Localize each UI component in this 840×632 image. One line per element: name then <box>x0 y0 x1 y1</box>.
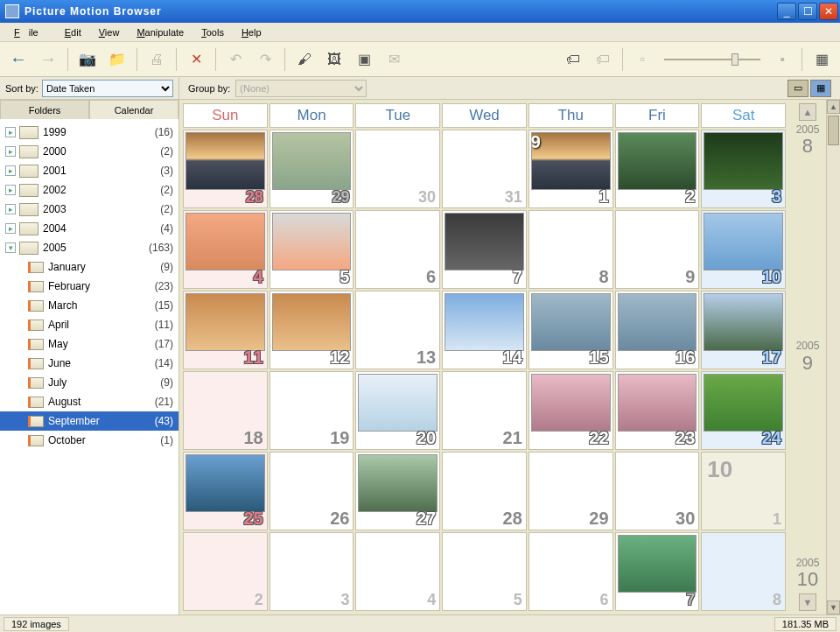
tree-month-september[interactable]: September(43) <box>0 411 178 431</box>
tree-year-2003[interactable]: ▸2003(2) <box>0 200 178 219</box>
zoom-in-button[interactable]: ▪ <box>769 47 795 72</box>
rail-prev-month[interactable]: 20058 <box>796 124 820 157</box>
calendar-cell[interactable]: 11 <box>183 291 268 369</box>
tree-month-march[interactable]: March(15) <box>0 296 178 315</box>
calendar-cell[interactable]: 24 <box>701 371 786 450</box>
calendar-cell[interactable]: 20 <box>355 371 440 450</box>
rail-current-month[interactable]: 20059 <box>796 341 820 373</box>
menu-edit[interactable]: Edit <box>56 25 90 39</box>
minimize-button[interactable]: _ <box>777 3 796 20</box>
calendar-cell[interactable]: 28 <box>183 130 268 208</box>
calendar-cell[interactable]: 19 <box>270 371 354 450</box>
menu-help[interactable]: Help <box>233 25 270 39</box>
menu-view[interactable]: View <box>90 25 129 39</box>
group-select[interactable]: (None) <box>235 80 367 97</box>
delete-button[interactable]: ✕ <box>183 47 209 72</box>
tree-year-2000[interactable]: ▸2000(2) <box>0 142 178 161</box>
calendar-cell[interactable]: 5 <box>442 532 527 611</box>
calendar-cell[interactable]: 7 <box>442 210 527 289</box>
calendar-cell[interactable]: 22 <box>528 371 613 450</box>
tree-year-1999[interactable]: ▸1999(16) <box>0 123 178 142</box>
calendar-cell[interactable]: 25 <box>183 452 268 530</box>
open-folder-button[interactable]: 📁 <box>104 47 130 72</box>
calendar-cell[interactable]: 2 <box>183 532 268 611</box>
tree-month-october[interactable]: October(1) <box>0 431 178 450</box>
calendar-cell[interactable]: 10 <box>701 210 786 289</box>
back-button[interactable]: ← <box>5 47 32 72</box>
mail-button[interactable]: ✉ <box>381 47 407 72</box>
tree-month-july[interactable]: July(9) <box>0 373 178 392</box>
scroll-down-button[interactable]: ▼ <box>827 600 840 614</box>
calendar-cell[interactable]: 6 <box>528 532 613 611</box>
tree-month-may[interactable]: May(17) <box>0 334 178 354</box>
tree-month-august[interactable]: August(21) <box>0 392 178 411</box>
calendar-cell[interactable]: 13 <box>355 291 440 369</box>
scroll-up-button[interactable]: ▲ <box>827 100 840 114</box>
tree-year-2004[interactable]: ▸2004(4) <box>0 219 178 238</box>
tree-month-april[interactable]: April(11) <box>0 315 178 334</box>
view-mode-button[interactable]: ▦ <box>808 47 835 72</box>
zoom-out-button[interactable]: ▫ <box>629 47 655 72</box>
calendar-cell[interactable]: 12 <box>270 291 354 369</box>
calendar-cell[interactable]: 28 <box>442 452 527 530</box>
slideshow-button[interactable]: ▣ <box>351 47 377 72</box>
calendar-cell[interactable]: 21 <box>442 371 527 450</box>
calendar-cell[interactable]: 23 <box>615 371 700 450</box>
titlebar[interactable]: Picture Motion Browser _ ☐ ✕ <box>0 0 840 23</box>
scroll-thumb[interactable] <box>828 116 839 145</box>
filmstrip-view-icon[interactable]: ▭ <box>788 80 808 97</box>
forward-button[interactable]: → <box>35 47 61 72</box>
sort-select[interactable]: Date Taken <box>42 80 173 97</box>
calendar-cell[interactable]: 18 <box>183 371 268 450</box>
tree-month-february[interactable]: February(23) <box>0 277 178 296</box>
rotate-left-button[interactable]: ↶ <box>222 47 248 72</box>
menu-manipulate[interactable]: Manipulate <box>128 25 192 39</box>
month-up-button[interactable]: ▲ <box>799 103 816 121</box>
calendar-cell[interactable]: 4 <box>355 532 440 611</box>
close-button[interactable]: ✕ <box>819 3 838 20</box>
calendar-cell[interactable]: 7 <box>615 532 700 611</box>
calendar-cell[interactable]: 26 <box>270 452 354 530</box>
calendar-cell[interactable]: 27 <box>355 452 440 530</box>
month-down-button[interactable]: ▼ <box>799 593 816 611</box>
calendar-cell[interactable]: 3 <box>701 130 786 208</box>
tab-calendar[interactable]: Calendar <box>89 100 178 119</box>
calendar-cell[interactable]: 30 <box>355 130 440 208</box>
import-button[interactable]: 📷 <box>74 47 101 72</box>
calendar-cell[interactable]: 29 <box>270 130 354 208</box>
image-tool-button[interactable]: 🖼 <box>321 47 347 72</box>
calendar-view-icon[interactable]: ▦ <box>810 80 831 97</box>
tree-month-june[interactable]: June(14) <box>0 354 178 373</box>
calendar-cell[interactable]: 101 <box>701 452 786 530</box>
calendar-cell[interactable]: 9 <box>615 210 700 289</box>
zoom-slider[interactable] <box>664 55 760 64</box>
calendar-cell[interactable]: 29 <box>528 452 613 530</box>
calendar-cell[interactable]: 16 <box>615 291 700 369</box>
calendar-cell[interactable]: 8 <box>701 532 786 611</box>
calendar-cell[interactable]: 8 <box>528 210 613 289</box>
print-button[interactable]: 🖨 <box>144 47 170 72</box>
edit-image-button[interactable]: 🖌 <box>291 47 318 72</box>
tab-folders[interactable]: Folders <box>0 100 89 119</box>
calendar-cell[interactable]: 14 <box>442 291 527 369</box>
calendar-cell[interactable]: 4 <box>183 210 268 289</box>
tag2-button[interactable]: 🏷 <box>590 47 616 72</box>
calendar-cell[interactable]: 6 <box>355 210 440 289</box>
menu-file[interactable]: File <box>5 25 56 39</box>
calendar-cell[interactable]: 30 <box>615 452 700 530</box>
calendar-cell[interactable]: 31 <box>442 130 527 208</box>
scrollbar[interactable]: ▲ ▼ <box>826 100 840 614</box>
tree-year-2005[interactable]: ▾2005(163) <box>0 238 178 257</box>
rail-next-month[interactable]: 200510 <box>796 558 820 590</box>
calendar-cell[interactable]: 5 <box>270 210 354 289</box>
maximize-button[interactable]: ☐ <box>798 3 817 20</box>
tag-button[interactable]: 🏷 <box>560 47 586 72</box>
calendar-cell[interactable]: 17 <box>701 291 786 369</box>
calendar-cell[interactable]: 91 <box>528 130 613 208</box>
calendar-cell[interactable]: 3 <box>270 532 354 611</box>
calendar-cell[interactable]: 15 <box>528 291 613 369</box>
tree-year-2002[interactable]: ▸2002(2) <box>0 180 178 200</box>
tree-month-january[interactable]: January(9) <box>0 257 178 277</box>
rotate-right-button[interactable]: ↷ <box>252 47 278 72</box>
menu-tools[interactable]: Tools <box>192 25 233 39</box>
